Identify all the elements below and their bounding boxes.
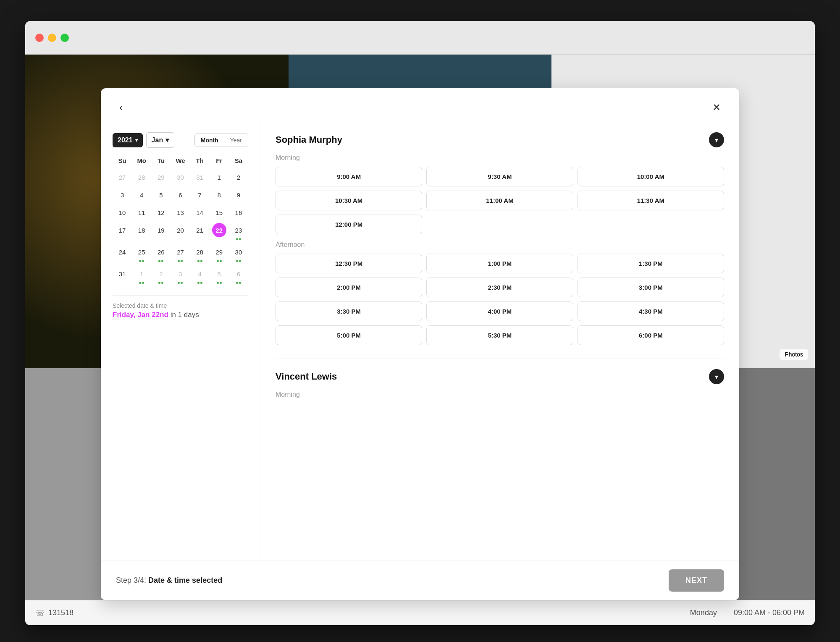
calendar-day-31[interactable]: 31 [113, 265, 132, 287]
availability-dot [197, 260, 200, 262]
availability-dot [158, 282, 160, 284]
timeslot-afternoon-6-00-PM[interactable]: 6:00 PM [578, 325, 724, 345]
expand-vincent-button[interactable]: ▾ [709, 369, 724, 384]
calendar-day-22[interactable]: 22 [210, 221, 229, 243]
timeslot-afternoon-12-30-PM[interactable]: 12:30 PM [276, 254, 422, 273]
calendar-day-2[interactable]: 2 [151, 265, 171, 287]
practitioner-vincent: Vincent Lewis ▾ Morning [276, 369, 724, 398]
calendar-day-7[interactable]: 7 [190, 186, 210, 204]
day-number: 8 [212, 188, 226, 202]
timeslot-afternoon-1-00-PM[interactable]: 1:00 PM [426, 254, 573, 273]
calendar-day-1[interactable]: 1 [132, 265, 151, 287]
modal-body: 2021 ▾ Jan ▾ Month Year [101, 122, 739, 561]
calendar-day-20[interactable]: 20 [171, 221, 190, 243]
month-dropdown[interactable]: Jan ▾ [146, 132, 175, 148]
calendar-day-12[interactable]: 12 [151, 204, 171, 221]
calendar-day-6[interactable]: 6 [171, 186, 190, 204]
timeslot-afternoon-4-00-PM[interactable]: 4:00 PM [426, 301, 573, 321]
availability-dot [197, 282, 200, 284]
timeslot-morning-10-30-AM[interactable]: 10:30 AM [276, 191, 422, 210]
calendar-day-31[interactable]: 31 [190, 168, 210, 186]
calendar-day-28[interactable]: 28 [190, 243, 210, 265]
calendar-day-13[interactable]: 13 [171, 204, 190, 221]
browser-window: Photos ☏ 131518 Monday 09:00 AM - 06:00 … [25, 21, 815, 625]
month-chevron-icon: ▾ [165, 136, 169, 144]
calendar-day-18[interactable]: 18 [132, 221, 151, 243]
timeslot-afternoon-2-00-PM[interactable]: 2:00 PM [276, 278, 422, 297]
photos-button[interactable]: Photos [780, 349, 808, 360]
calendar-day-5[interactable]: 5 [151, 186, 171, 204]
morning-label-vincent: Morning [276, 391, 724, 398]
calendar-day-15[interactable]: 15 [210, 204, 229, 221]
year-dropdown[interactable]: 2021 ▾ [113, 133, 143, 147]
expand-sophia-button[interactable]: ▾ [709, 132, 724, 147]
timeslot-morning-11-30-AM[interactable]: 11:30 AM [578, 191, 724, 210]
timeslot-afternoon-2-30-PM[interactable]: 2:30 PM [426, 278, 573, 297]
availability-dot [142, 282, 144, 284]
calendar-day-14[interactable]: 14 [190, 204, 210, 221]
calendar-day-5[interactable]: 5 [210, 265, 229, 287]
calendar-day-19[interactable]: 19 [151, 221, 171, 243]
timeslot-morning-9-00-AM[interactable]: 9:00 AM [276, 167, 422, 186]
month-view-button[interactable]: Month [195, 134, 224, 147]
calendar-day-25[interactable]: 25 [132, 243, 151, 265]
next-button[interactable]: NEXT [669, 569, 724, 592]
calendar-day-3[interactable]: 3 [113, 186, 132, 204]
traffic-light-red[interactable] [35, 34, 44, 42]
calendar-day-30[interactable]: 30 [171, 168, 190, 186]
calendar-day-27[interactable]: 27 [113, 168, 132, 186]
practitioner-sophia-header: Sophia Murphy ▾ [276, 132, 724, 147]
modal-footer: Step 3/4: Date & time selected NEXT [101, 561, 739, 600]
year-view-button[interactable]: Year [224, 134, 248, 147]
calendar-day-17[interactable]: 17 [113, 221, 132, 243]
calendar-day-29[interactable]: 29 [210, 243, 229, 265]
day-number: 3 [173, 267, 187, 281]
day-number: 4 [134, 188, 149, 202]
timeslot-morning-9-30-AM[interactable]: 9:30 AM [426, 167, 573, 186]
browser-titlebar [25, 21, 815, 55]
calendar-day-2[interactable]: 2 [229, 168, 248, 186]
practitioner-sophia-name: Sophia Murphy [276, 134, 342, 145]
calendar-day-4[interactable]: 4 [132, 186, 151, 204]
calendar-day-27[interactable]: 27 [171, 243, 190, 265]
timeslot-afternoon-1-30-PM[interactable]: 1:30 PM [578, 254, 724, 273]
calendar-day-1[interactable]: 1 [210, 168, 229, 186]
calendar-day-26[interactable]: 26 [151, 243, 171, 265]
timeslot-afternoon-3-30-PM[interactable]: 3:30 PM [276, 301, 422, 321]
timeslot-afternoon-4-30-PM[interactable]: 4:30 PM [578, 301, 724, 321]
calendar-day-4[interactable]: 4 [190, 265, 210, 287]
calendar-day-6[interactable]: 6 [229, 265, 248, 287]
calendar-day-21[interactable]: 21 [190, 221, 210, 243]
day-number: 5 [212, 267, 226, 281]
calendar-day-23[interactable]: 23 [229, 221, 248, 243]
month-label: Jan [152, 136, 163, 144]
calendar-day-16[interactable]: 16 [229, 204, 248, 221]
availability-dot [236, 282, 238, 284]
back-button[interactable]: ‹ [116, 100, 126, 115]
timeslot-morning-11-00-AM[interactable]: 11:00 AM [426, 191, 573, 210]
calendar-day-24[interactable]: 24 [113, 243, 132, 265]
close-button[interactable]: ✕ [709, 100, 724, 115]
timeslot-afternoon-3-00-PM[interactable]: 3:00 PM [578, 278, 724, 297]
weekday-mo: Mo [132, 155, 151, 167]
day-label: Monday [690, 608, 717, 617]
calendar-day-30[interactable]: 30 [229, 243, 248, 265]
day-number: 25 [134, 245, 149, 259]
timeslot-afternoon-5-30-PM[interactable]: 5:30 PM [426, 325, 573, 345]
timeslot-morning-10-00-AM[interactable]: 10:00 AM [578, 167, 724, 186]
traffic-light-green[interactable] [60, 34, 69, 42]
calendar-day-8[interactable]: 8 [210, 186, 229, 204]
app-content: Photos ☏ 131518 Monday 09:00 AM - 06:00 … [25, 55, 815, 625]
calendar-day-29[interactable]: 29 [151, 168, 171, 186]
timeslot-morning-12-00-PM[interactable]: 12:00 PM [276, 215, 422, 234]
calendar-day-11[interactable]: 11 [132, 204, 151, 221]
calendar-day-9[interactable]: 9 [229, 186, 248, 204]
traffic-light-yellow[interactable] [48, 34, 56, 42]
calendar-day-3[interactable]: 3 [171, 265, 190, 287]
day-number: 31 [115, 267, 129, 281]
availability-dot [178, 282, 180, 284]
timeslot-afternoon-5-00-PM[interactable]: 5:00 PM [276, 325, 422, 345]
calendar-day-28[interactable]: 28 [132, 168, 151, 186]
availability-dot [181, 282, 183, 284]
calendar-day-10[interactable]: 10 [113, 204, 132, 221]
